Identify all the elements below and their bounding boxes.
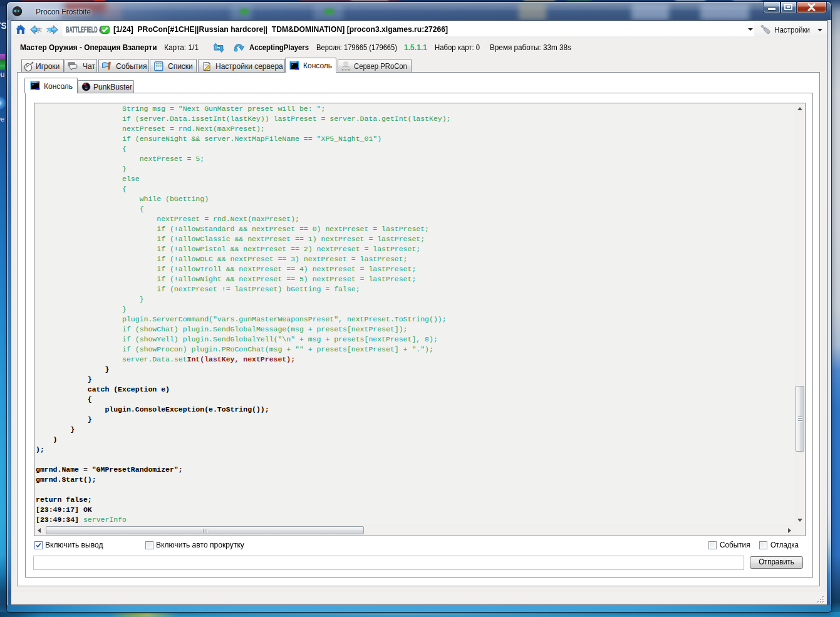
svg-text:>: > xyxy=(291,63,293,67)
svg-text:>: > xyxy=(32,83,34,87)
